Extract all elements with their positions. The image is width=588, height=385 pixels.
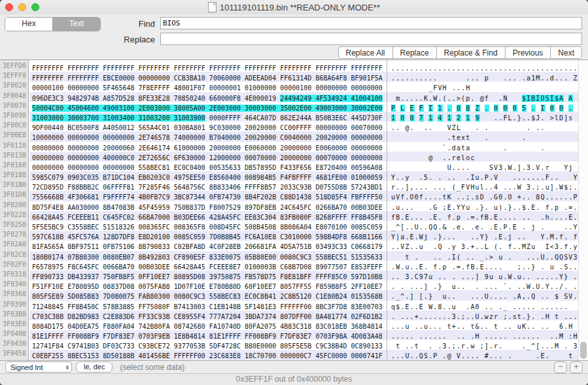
hex-group[interactable]: 00000000: [32, 154, 63, 161]
hex-group[interactable]: 20000000: [280, 154, 311, 161]
hex-group[interactable]: 74000000: [174, 134, 205, 141]
hex-group[interactable]: 4F534924: [315, 95, 351, 102]
hex-bytes[interactable]: 805F5E895D085B837D080075FAB803000080C9C3…: [29, 290, 387, 300]
hex-group[interactable]: 2C8B5120: [280, 293, 311, 300]
hex-group[interactable]: FF33C93B: [139, 313, 170, 320]
hex-group[interactable]: 9C030000: [209, 124, 241, 131]
hex-group[interactable]: E853FEFF: [351, 263, 383, 271]
hex-group[interactable]: 206681FA: [245, 243, 276, 250]
hex-group[interactable]: 00000001: [209, 84, 241, 92]
hex-group[interactable]: FA10740D: [209, 323, 241, 330]
ascii-text[interactable]: _FVH ...H: [387, 82, 578, 92]
hex-group[interactable]: 897DF8EB: [245, 204, 276, 211]
hex-group[interactable]: 0085C059: [174, 233, 205, 241]
hex-group[interactable]: 508B4508: [245, 224, 276, 231]
minus-button[interactable]: −: [554, 361, 567, 373]
ascii-text[interactable]: .text . .: [387, 131, 578, 141]
hex-group[interactable]: 6F630000: [174, 154, 205, 161]
hex-group[interactable]: FFFFFFFF: [315, 65, 347, 72]
hex-group[interactable]: D82BD983: [67, 313, 99, 320]
hex-group[interactable]: F4FBFFFF: [280, 174, 311, 181]
hex-group[interactable]: 00000000: [67, 154, 99, 161]
hex-group[interactable]: B7413003: [174, 303, 205, 310]
hex-group[interactable]: A4050012: [103, 124, 134, 131]
hex-group[interactable]: 0266BA70: [315, 204, 347, 211]
hex-group[interactable]: 45F45959: [139, 204, 170, 211]
hex-group[interactable]: 00000000: [315, 124, 347, 131]
replace-and-find-button[interactable]: Replace & Find: [436, 46, 506, 59]
hex-group[interactable]: 7556668B: [32, 193, 63, 201]
hex-group[interactable]: 31003900: [174, 114, 205, 122]
hex-group[interactable]: 742B80FA: [139, 323, 170, 330]
hex-group[interactable]: F859B8F5: [315, 283, 347, 290]
hex-group[interactable]: C02BFA8D: [174, 243, 205, 250]
hex-group[interactable]: 45FC576A: [67, 233, 99, 241]
value-type-select[interactable]: Signed Int ▲▼: [5, 361, 72, 373]
hex-group[interactable]: 558BEC81: [139, 164, 170, 171]
hex-group[interactable]: 00000000: [32, 164, 63, 171]
hex-group[interactable]: 008365F8: [174, 224, 205, 231]
ascii-text[interactable]: @ ..reloc: [387, 152, 578, 161]
hex-group[interactable]: 71248845: [32, 303, 63, 310]
hex-group[interactable]: ADEEAD04: [245, 75, 276, 82]
hex-group[interactable]: 0903C035: [67, 174, 99, 181]
hex-group[interactable]: 401456BE: [139, 352, 170, 360]
hex-group[interactable]: F51FF10E: [32, 283, 63, 290]
hex-group[interactable]: FF008BF9: [67, 333, 99, 340]
hex-group[interactable]: 2E003000: [209, 105, 245, 112]
ascii-text[interactable]: m.....K.W.(..>(p. @f .N $IBIOSI$A A: [387, 92, 578, 102]
hex-group[interactable]: FFFFFFFF: [139, 65, 170, 72]
hex-group[interactable]: F7DF83E7: [103, 333, 134, 340]
hex-group[interactable]: D0755D8B: [315, 184, 347, 191]
hex-group[interactable]: 00000000: [315, 84, 347, 92]
hex-group[interactable]: 81FA565A: [32, 243, 63, 250]
hex-group[interactable]: 00070000: [245, 154, 276, 161]
hex-group[interactable]: 3BC87344: [174, 193, 205, 201]
hex-group[interactable]: 24C645FC: [280, 204, 311, 211]
hex-group[interactable]: C3558BEC: [67, 224, 99, 231]
hex-group[interactable]: 030BA801: [174, 124, 205, 131]
hex-group[interactable]: 00000000: [351, 84, 383, 92]
hex-group[interactable]: 41004100: [351, 95, 383, 102]
hex-group[interactable]: 5DF4728C: [209, 343, 241, 350]
hex-group[interactable]: 833E0075: [209, 254, 241, 261]
hex-group[interactable]: 2E746578: [139, 134, 170, 141]
hex-bytes[interactable]: 597C618B45FC576A128D7DF8E8D201000085C059…: [29, 231, 387, 241]
hex-group[interactable]: B50B3E6C: [315, 114, 347, 122]
hex-group[interactable]: 8BC3F7D8: [315, 303, 347, 310]
hex-group[interactable]: AA030000: [67, 204, 99, 211]
hex-group[interactable]: 4C0F28EB: [209, 243, 241, 250]
hex-group[interactable]: FBFFFF50: [351, 193, 383, 201]
hex-group[interactable]: FFFF85C0: [315, 273, 347, 280]
hex-bytes[interactable]: 66428A45FCEEEB11C645FC0266BA7000B03DEE66…: [29, 211, 387, 221]
hex-bytes[interactable]: 0000000000000000400000C02E72656C6F630000…: [29, 152, 387, 161]
mode-hex-segment[interactable]: Hex: [5, 18, 52, 31]
hex-group[interactable]: 89077507: [315, 263, 347, 271]
hex-group[interactable]: F9FFFF74: [103, 193, 134, 201]
hex-group[interactable]: 0000FFFF: [209, 114, 241, 122]
ascii-text[interactable]: .. 3.C97u .. . ...] 9u u.W.u.. .....Y} .: [387, 271, 578, 280]
ascii-text[interactable]: uVf.O0f....tK ..;.sD .G0.O +.. 8Q......P: [387, 191, 578, 201]
hex-group[interactable]: 4681FE00: [315, 174, 347, 181]
hex-group[interactable]: 0703F9EB: [139, 333, 170, 340]
hex-group[interactable]: FFFFFFFF: [32, 65, 63, 72]
close-window-icon[interactable]: [5, 3, 13, 11]
hex-group[interactable]: FFFFFFFF: [209, 65, 241, 72]
hex-group[interactable]: C1E80B24: [315, 293, 347, 300]
hex-group[interactable]: 008984B5: [245, 174, 276, 181]
hex-group[interactable]: FFFFFF00: [280, 303, 311, 310]
hex-group[interactable]: 70060000: [209, 75, 241, 82]
hex-group[interactable]: DB433937: [67, 273, 99, 280]
hex-group[interactable]: 20000060: [103, 144, 134, 152]
hex-group[interactable]: 00000000: [103, 164, 134, 171]
hex-group[interactable]: 45FC0000: [315, 352, 347, 360]
hex-group[interactable]: B03DEE66: [174, 214, 205, 221]
hex-group[interactable]: FFFFFFFF: [67, 75, 99, 82]
hex-bytes[interactable]: 12741F84C9741B03DF03C733C93BCE729377053B…: [29, 340, 387, 350]
hex-group[interactable]: CC00FFFF: [280, 124, 311, 131]
hex-bytes[interactable]: 7556668B4F306681F9FFFF744B0FB7C93BC87344…: [29, 191, 387, 201]
hex-group[interactable]: 03493C33: [315, 243, 347, 250]
hex-group[interactable]: 00000000: [351, 144, 383, 152]
hex-group[interactable]: 81E1FFFF: [209, 333, 241, 340]
ascii-text[interactable]: .u... .G ;E.YYu .}. u).}..$.E. f.p .=.: [387, 201, 578, 211]
